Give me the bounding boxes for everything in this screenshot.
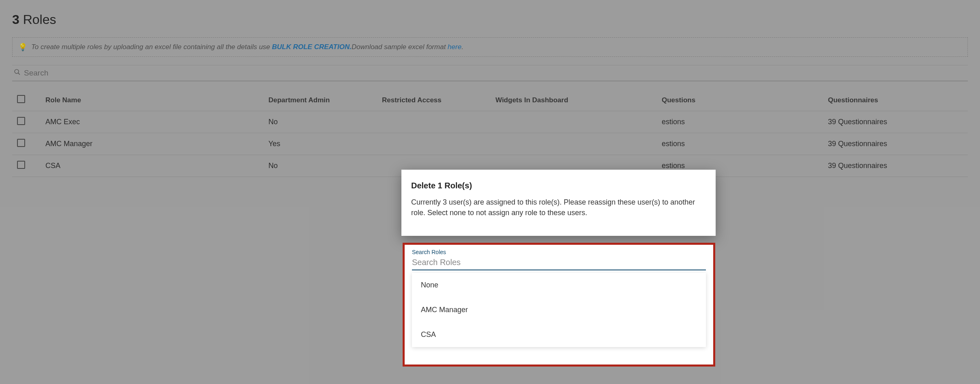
role-option[interactable]: None <box>412 273 706 298</box>
role-option[interactable]: AMC Manager <box>412 298 706 322</box>
reassign-role-panel: Search Roles NoneAMC ManagerCSA <box>403 243 715 367</box>
role-option[interactable]: CSA <box>412 322 706 347</box>
role-options-list: NoneAMC ManagerCSA <box>412 273 706 347</box>
dialog-title: Delete 1 Role(s) <box>411 181 706 190</box>
delete-role-dialog: Delete 1 Role(s) Currently 3 user(s) are… <box>401 170 716 236</box>
search-roles-label: Search Roles <box>412 249 706 255</box>
dialog-body: Currently 3 user(s) are assigned to this… <box>411 197 706 218</box>
search-roles-input[interactable] <box>412 255 706 270</box>
